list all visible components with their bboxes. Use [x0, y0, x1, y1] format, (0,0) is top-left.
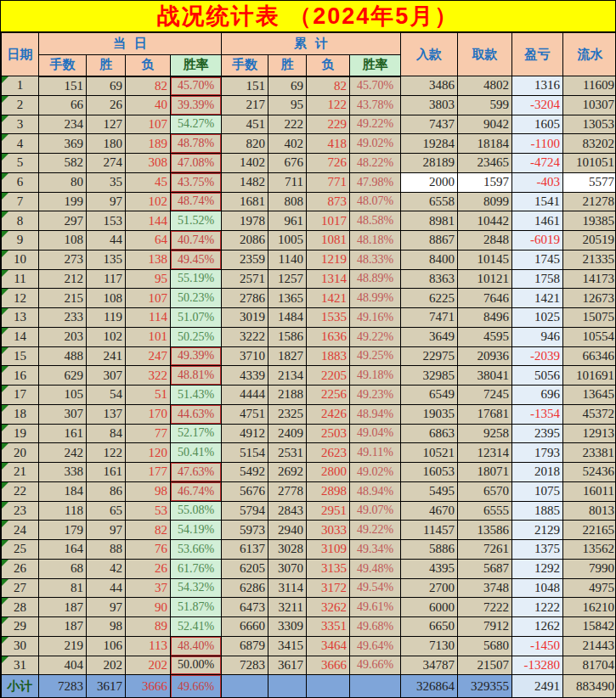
cum-winrate-cell[interactable]: 49.02% — [350, 463, 401, 482]
flow-cell[interactable]: 16011 — [563, 481, 616, 501]
today-hands-cell[interactable]: 234 — [39, 115, 87, 134]
withdraw-cell[interactable]: 5680 — [458, 636, 512, 656]
cum-wins-cell[interactable]: 1257 — [268, 269, 307, 289]
cum-hands-cell[interactable]: 2086 — [222, 231, 268, 250]
profit-cell[interactable]: -4724 — [512, 154, 563, 173]
today-hands-cell[interactable]: 187 — [39, 617, 87, 637]
header-today[interactable]: 当日 — [39, 33, 222, 55]
header-date[interactable]: 日期 — [2, 33, 39, 76]
flow-cell[interactable]: 21278 — [563, 192, 616, 211]
today-wins-cell[interactable]: 54 — [87, 386, 126, 405]
today-hands-cell[interactable]: 297 — [39, 211, 87, 231]
flow-cell[interactable]: 12913 — [563, 424, 616, 443]
day-cell[interactable]: 7 — [2, 192, 39, 211]
cum-hands-cell[interactable]: 2359 — [222, 250, 268, 269]
cum-wins-cell[interactable]: 2409 — [268, 424, 307, 443]
flow-cell[interactable]: 10307 — [563, 95, 616, 115]
today-wins-cell[interactable]: 180 — [87, 134, 126, 154]
cum-hands-cell[interactable]: 3222 — [222, 327, 268, 346]
today-hands-cell[interactable]: 151 — [39, 76, 87, 96]
deposit-cell[interactable]: 3803 — [401, 95, 458, 115]
today-winrate-cell[interactable]: 49.45% — [171, 250, 222, 269]
day-cell[interactable]: 20 — [2, 443, 39, 463]
day-cell[interactable]: 28 — [2, 598, 39, 617]
day-cell[interactable]: 16 — [2, 366, 39, 386]
cum-hands-cell[interactable]: 151 — [222, 76, 268, 96]
cum-losses-cell[interactable]: 3464 — [307, 636, 350, 656]
withdraw-cell[interactable]: 4595 — [458, 327, 512, 346]
header-today-wins[interactable]: 胜 — [87, 55, 126, 76]
today-winrate-cell[interactable]: 54.32% — [171, 578, 222, 598]
today-losses-cell[interactable]: 189 — [126, 134, 171, 154]
flow-cell[interactable]: 101691 — [563, 366, 616, 386]
deposit-cell[interactable]: 8867 — [401, 231, 458, 250]
today-winrate-cell[interactable]: 50.25% — [171, 327, 222, 346]
cum-winrate-cell[interactable]: 49.23% — [350, 386, 401, 405]
cum-winrate-cell[interactable]: 49.11% — [350, 443, 401, 463]
today-losses-cell[interactable]: 82 — [126, 521, 171, 540]
withdraw-cell[interactable]: 20936 — [458, 346, 512, 366]
profit-cell[interactable]: 1605 — [512, 115, 563, 134]
today-wins-cell[interactable]: 108 — [87, 289, 126, 308]
cum-wins-cell[interactable]: 3309 — [268, 617, 307, 637]
profit-cell[interactable]: 1421 — [512, 289, 563, 308]
today-wins-cell[interactable]: 26 — [87, 95, 126, 115]
today-winrate-cell[interactable]: 46.74% — [171, 481, 222, 501]
cum-losses-cell[interactable]: 3033 — [307, 521, 350, 540]
withdraw-cell[interactable]: 12314 — [458, 443, 512, 463]
today-winrate-cell[interactable]: 54.19% — [171, 521, 222, 540]
cum-wins-cell[interactable]: 2843 — [268, 501, 307, 521]
profit-cell[interactable]: -1354 — [512, 404, 563, 424]
deposit-cell[interactable]: 8981 — [401, 211, 458, 231]
today-wins-cell[interactable]: 97 — [87, 598, 126, 617]
today-losses-cell[interactable]: 102 — [126, 192, 171, 211]
cum-wins-cell[interactable]: 1586 — [268, 327, 307, 346]
profit-cell[interactable]: 5056 — [512, 366, 563, 386]
flow-cell[interactable]: 19385 — [563, 211, 616, 231]
withdraw-cell[interactable]: 3748 — [458, 578, 512, 598]
today-losses-cell[interactable]: 40 — [126, 95, 171, 115]
header-today-losses[interactable]: 负 — [126, 55, 171, 76]
today-winrate-cell[interactable]: 49.39% — [171, 346, 222, 366]
withdraw-cell[interactable]: 6555 — [458, 501, 512, 521]
cum-hands-cell[interactable]: 6286 — [222, 578, 268, 598]
cum-wins-cell[interactable]: 808 — [268, 192, 307, 211]
deposit-cell[interactable]: 5886 — [401, 540, 458, 560]
flow-cell[interactable]: 11609 — [563, 76, 616, 96]
day-cell[interactable]: 6 — [2, 172, 39, 192]
flow-cell[interactable]: 13562 — [563, 540, 616, 560]
today-hands-cell[interactable]: 179 — [39, 521, 87, 540]
today-winrate-cell[interactable]: 50.23% — [171, 289, 222, 308]
cum-winrate-cell[interactable]: 49.61% — [350, 598, 401, 617]
today-wins-cell[interactable]: 44 — [87, 578, 126, 598]
profit-cell[interactable]: 1316 — [512, 76, 563, 96]
cum-winrate-cell[interactable]: 48.99% — [350, 289, 401, 308]
cum-losses-cell[interactable]: 1219 — [307, 250, 350, 269]
today-losses-cell[interactable]: 113 — [126, 636, 171, 656]
today-hands-cell[interactable]: 629 — [39, 366, 87, 386]
today-losses-cell[interactable]: 98 — [126, 481, 171, 501]
deposit-cell[interactable]: 2700 — [401, 578, 458, 598]
cum-wins-cell[interactable]: 222 — [268, 115, 307, 134]
today-losses-cell[interactable]: 95 — [126, 269, 171, 289]
profit-cell[interactable]: 696 — [512, 386, 563, 405]
flow-cell[interactable]: 10554 — [563, 327, 616, 346]
profit-cell[interactable]: 1048 — [512, 578, 563, 598]
profit-cell[interactable]: 1262 — [512, 617, 563, 637]
withdraw-cell[interactable]: 9042 — [458, 115, 512, 134]
cum-winrate-cell[interactable]: 49.25% — [350, 346, 401, 366]
profit-cell[interactable]: -6019 — [512, 231, 563, 250]
cum-losses-cell[interactable]: 2426 — [307, 404, 350, 424]
cum-wins-cell[interactable]: 676 — [268, 154, 307, 173]
today-winrate-cell[interactable]: 48.40% — [171, 636, 222, 656]
cum-hands-cell[interactable]: 5794 — [222, 501, 268, 521]
today-winrate-cell[interactable]: 54.27% — [171, 115, 222, 134]
day-cell[interactable]: 10 — [2, 250, 39, 269]
today-hands-cell[interactable]: 68 — [39, 559, 87, 578]
today-wins-cell[interactable]: 65 — [87, 501, 126, 521]
withdraw-cell[interactable]: 4802 — [458, 76, 512, 96]
profit-cell[interactable]: -3204 — [512, 95, 563, 115]
cum-losses-cell[interactable]: 1421 — [307, 289, 350, 308]
today-losses-cell[interactable]: 51 — [126, 386, 171, 405]
cum-wins-cell[interactable]: 3617 — [268, 656, 307, 675]
